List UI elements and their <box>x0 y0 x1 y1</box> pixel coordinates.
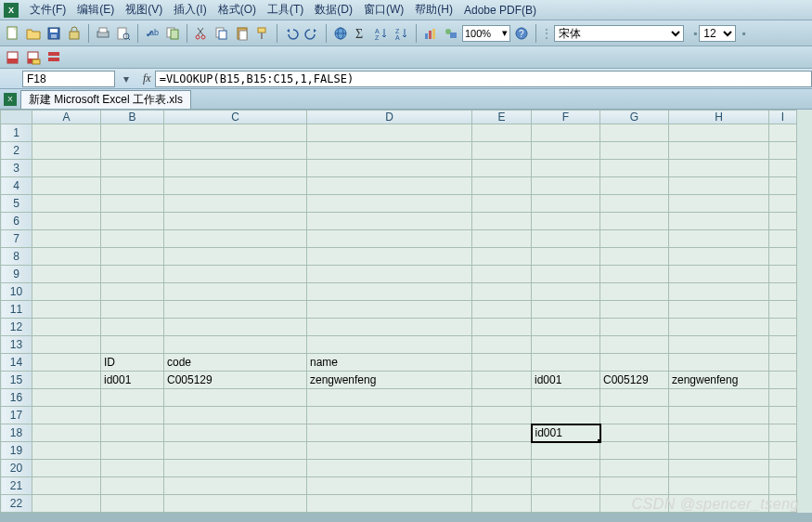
cell-B15[interactable]: id001 <box>101 372 164 389</box>
row-header-4[interactable]: 4 <box>1 177 32 195</box>
cell-G1[interactable] <box>600 124 669 142</box>
cell-B12[interactable] <box>101 319 164 336</box>
cell-F7[interactable] <box>532 230 600 248</box>
cell-G13[interactable] <box>600 336 669 354</box>
spellcheck-icon[interactable]: ✔ab <box>143 24 161 43</box>
zoom-select[interactable]: 100%▾ <box>462 25 510 42</box>
menu-tools[interactable]: 工具(T) <box>262 0 309 20</box>
menu-view[interactable]: 视图(V) <box>120 0 168 20</box>
row-header-10[interactable]: 10 <box>1 283 32 301</box>
cell-H19[interactable] <box>669 442 769 460</box>
cell-H15[interactable]: zengwenfeng <box>669 372 769 389</box>
cell-C9[interactable] <box>164 266 307 283</box>
cell-D19[interactable] <box>307 442 472 460</box>
permissions-icon[interactable] <box>65 24 84 43</box>
cell-B16[interactable] <box>101 389 164 407</box>
cell-A20[interactable] <box>32 460 101 477</box>
cell-I6[interactable] <box>769 213 797 230</box>
row-header-21[interactable]: 21 <box>1 477 32 495</box>
cell-C21[interactable] <box>164 477 307 495</box>
cell-G14[interactable] <box>600 354 669 372</box>
cell-E22[interactable] <box>472 495 532 513</box>
grip-icon[interactable]: ⋮ <box>541 27 552 40</box>
cell-B10[interactable] <box>101 283 164 301</box>
format-painter-icon[interactable] <box>253 24 272 43</box>
cell-D10[interactable] <box>307 283 472 301</box>
menu-format[interactable]: 格式(O) <box>213 0 262 20</box>
cell-B9[interactable] <box>101 266 164 283</box>
row-header-11[interactable]: 11 <box>1 301 32 319</box>
paste-icon[interactable] <box>233 24 251 43</box>
cell-F8[interactable] <box>532 248 600 266</box>
menu-data[interactable]: 数据(D) <box>309 0 358 20</box>
cell-C3[interactable] <box>164 160 307 177</box>
cell-F5[interactable] <box>532 195 600 213</box>
cell-G2[interactable] <box>600 142 669 160</box>
cell-D15[interactable]: zengwenfeng <box>307 372 472 389</box>
cell-E18[interactable] <box>472 424 532 442</box>
cell-F10[interactable] <box>532 283 600 301</box>
cell-G21[interactable] <box>600 477 669 495</box>
cell-F16[interactable] <box>532 389 600 407</box>
cell-B13[interactable] <box>101 336 164 354</box>
cell-D9[interactable] <box>307 266 472 283</box>
cell-C12[interactable] <box>164 319 307 336</box>
cell-B21[interactable] <box>101 477 164 495</box>
row-header-9[interactable]: 9 <box>1 266 32 283</box>
cell-E5[interactable] <box>472 195 532 213</box>
cell-E3[interactable] <box>472 160 532 177</box>
cell-A17[interactable] <box>32 407 101 424</box>
cell-E16[interactable] <box>472 389 532 407</box>
cell-I17[interactable] <box>769 407 797 424</box>
cell-F15[interactable]: id001 <box>532 372 600 389</box>
cell-C20[interactable] <box>164 460 307 477</box>
cell-D21[interactable] <box>307 477 472 495</box>
col-header-A[interactable]: A <box>32 111 101 124</box>
cell-G8[interactable] <box>600 248 669 266</box>
undo-icon[interactable] <box>282 24 301 43</box>
cell-G6[interactable] <box>600 213 669 230</box>
font-name-select[interactable]: 宋体 <box>554 25 684 42</box>
cell-G20[interactable] <box>600 460 669 477</box>
cell-I22[interactable] <box>769 495 797 513</box>
cell-I18[interactable] <box>769 424 797 442</box>
cell-E10[interactable] <box>472 283 532 301</box>
cell-D11[interactable] <box>307 301 472 319</box>
cell-E6[interactable] <box>472 213 532 230</box>
cell-E14[interactable] <box>472 354 532 372</box>
cell-I7[interactable] <box>769 230 797 248</box>
cell-A18[interactable] <box>32 424 101 442</box>
cell-I19[interactable] <box>769 442 797 460</box>
cell-D7[interactable] <box>307 230 472 248</box>
cell-C13[interactable] <box>164 336 307 354</box>
cell-G4[interactable] <box>600 177 669 195</box>
pdf-create-icon[interactable] <box>4 48 22 67</box>
cell-C17[interactable] <box>164 407 307 424</box>
cell-A1[interactable] <box>32 124 101 142</box>
cell-D13[interactable] <box>307 336 472 354</box>
row-header-16[interactable]: 16 <box>1 389 32 407</box>
pdf-review-icon[interactable] <box>45 48 63 67</box>
cell-I14[interactable] <box>769 354 797 372</box>
cell-C7[interactable] <box>164 230 307 248</box>
cell-G16[interactable] <box>600 389 669 407</box>
cell-H9[interactable] <box>669 266 769 283</box>
cell-G10[interactable] <box>600 283 669 301</box>
cell-C16[interactable] <box>164 389 307 407</box>
cell-F1[interactable] <box>532 124 600 142</box>
cell-C14[interactable]: code <box>164 354 307 372</box>
cell-E7[interactable] <box>472 230 532 248</box>
hyperlink-icon[interactable] <box>331 24 350 43</box>
cell-F9[interactable] <box>532 266 600 283</box>
cell-E20[interactable] <box>472 460 532 477</box>
col-header-B[interactable]: B <box>101 111 164 124</box>
fx-icon[interactable]: fx <box>143 72 151 85</box>
cell-B11[interactable] <box>101 301 164 319</box>
cell-A11[interactable] <box>32 301 101 319</box>
menu-file[interactable]: 文件(F) <box>24 0 71 20</box>
cell-F3[interactable] <box>532 160 600 177</box>
cell-C6[interactable] <box>164 213 307 230</box>
cell-H4[interactable] <box>669 177 769 195</box>
cell-D2[interactable] <box>307 142 472 160</box>
cell-C11[interactable] <box>164 301 307 319</box>
